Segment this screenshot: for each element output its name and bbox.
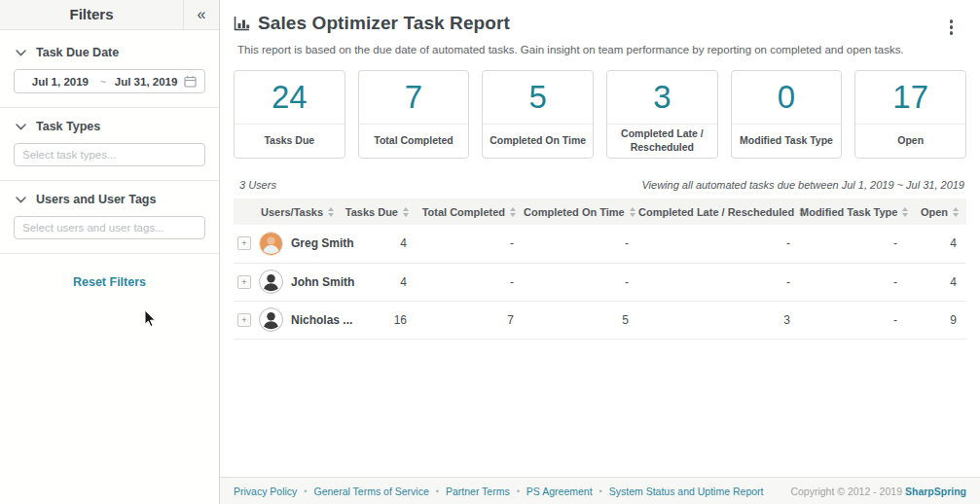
bar-chart-icon [234, 17, 250, 31]
user-cell: + Greg Smith [234, 225, 333, 263]
report-description: This report is based on the due date of … [234, 44, 966, 55]
footer-link-general-terms[interactable]: General Terms of Service [314, 486, 429, 497]
stat-value: 0 [732, 71, 842, 125]
stat-label: Total Completed [359, 125, 469, 158]
section-task-due-date[interactable]: Task Due Date [14, 34, 205, 69]
cell-completed-on-time: 5 [524, 301, 638, 339]
collapse-icon: « [198, 6, 206, 23]
cell-modified-task-type: - [800, 263, 907, 301]
title-row: Sales Optimizer Task Report [234, 10, 966, 34]
calendar-icon [184, 75, 197, 88]
stat-label: Completed On Time [483, 125, 593, 158]
kebab-menu-button[interactable] [946, 16, 958, 39]
reset-filters-link[interactable]: Reset Filters [14, 275, 205, 289]
report-table: Users/Tasks Tasks Due Total Completed Co… [234, 198, 966, 340]
column-header-users-tasks[interactable]: Users/Tasks [234, 198, 333, 225]
page-footer: Privacy Policy • General Terms of Servic… [220, 477, 980, 504]
date-start: Jul 1, 2019 [22, 76, 98, 88]
dot-separator: • [436, 486, 439, 496]
cell-open: 4 [907, 263, 966, 301]
divider [0, 253, 219, 254]
footer-link-partner-terms[interactable]: Partner Terms [446, 486, 510, 497]
collapse-sidebar-button[interactable]: « [183, 0, 219, 29]
chevron-down-icon [16, 50, 26, 56]
date-range-input[interactable]: Jul 1, 2019 ~ Jul 31, 2019 [14, 69, 205, 93]
chevron-down-icon [16, 124, 26, 130]
dot-separator: • [304, 486, 307, 496]
avatar [259, 232, 283, 256]
cell-completed-late: 3 [638, 301, 800, 339]
cell-modified-task-type: - [800, 301, 907, 339]
copyright-text: Copyright © 2012 - 2019 [790, 486, 902, 497]
column-header-tasks-due[interactable]: Tasks Due [333, 198, 417, 225]
stat-value: 3 [607, 71, 717, 125]
filters-sidebar: Filters « Task Due Date Jul 1, 2019 ~ Ju… [0, 0, 220, 504]
task-types-input[interactable] [14, 143, 205, 166]
sort-icon [902, 207, 908, 217]
stat-card-modified-task-type: 0 Modified Task Type [731, 70, 843, 159]
filters-header: Filters « [0, 0, 219, 30]
stat-label: Completed Late / Rescheduled [607, 125, 717, 158]
table-row: + Greg Smith 4 - - - - 4 [234, 225, 966, 263]
section-label: Users and User Tags [36, 193, 156, 206]
user-name: Nicholas ... [291, 313, 352, 327]
stat-card-total-completed: 7 Total Completed [358, 70, 470, 159]
report-main: Sales Optimizer Task Report This report … [220, 0, 980, 504]
table-row: + John Smith 4 - - - - 4 [234, 263, 966, 301]
sort-icon [328, 207, 334, 217]
footer-link-privacy-policy[interactable]: Privacy Policy [234, 486, 297, 497]
footer-link-ps-agreement[interactable]: PS Agreement [526, 486, 593, 497]
stat-value: 7 [359, 71, 469, 125]
cell-open: 4 [907, 225, 966, 263]
footer-links: Privacy Policy • General Terms of Servic… [234, 486, 763, 497]
sort-icon [953, 207, 959, 217]
section-task-types[interactable]: Task Types [14, 108, 205, 143]
stat-value: 17 [855, 71, 965, 125]
users-tags-input[interactable] [14, 216, 205, 239]
stat-card-open: 17 Open [854, 70, 966, 159]
user-cell: + John Smith [234, 263, 333, 301]
expand-row-button[interactable]: + [237, 313, 251, 327]
cell-completed-on-time: - [524, 225, 638, 263]
cell-total-completed: 7 [417, 301, 524, 339]
column-header-modified-task-type[interactable]: Modified Task Type [800, 198, 907, 225]
avatar [259, 270, 283, 294]
stat-label: Open [855, 125, 965, 158]
expand-row-button[interactable]: + [237, 236, 251, 250]
section-label: Task Due Date [36, 46, 119, 59]
column-header-completed-late[interactable]: Completed Late / Rescheduled [638, 198, 800, 225]
column-header-total-completed[interactable]: Total Completed [417, 198, 524, 225]
table-header-row: Users/Tasks Tasks Due Total Completed Co… [234, 198, 966, 225]
cell-modified-task-type: - [800, 225, 907, 263]
page-title: Sales Optimizer Task Report [258, 13, 510, 34]
user-name: John Smith [291, 275, 354, 289]
sort-icon [403, 207, 409, 217]
user-cell: + Nicholas ... [234, 301, 333, 339]
user-name: Greg Smith [291, 236, 354, 250]
sort-icon [510, 207, 516, 217]
sort-icon [630, 207, 635, 217]
date-separator: ~ [98, 76, 108, 88]
chevron-down-icon [16, 197, 26, 203]
expand-row-button[interactable]: + [237, 275, 251, 289]
stat-cards: 24 Tasks Due 7 Total Completed 5 Complet… [234, 70, 966, 159]
section-label: Task Types [36, 120, 100, 133]
avatar [259, 307, 283, 332]
table-summary-row: 3 Users Viewing all automated tasks due … [234, 179, 966, 191]
cell-completed-late: - [638, 225, 800, 263]
stat-label: Modified Task Type [732, 125, 842, 158]
app-window: Filters « Task Due Date Jul 1, 2019 ~ Ju… [0, 0, 980, 504]
dot-separator: • [599, 486, 602, 496]
stat-label: Tasks Due [235, 125, 345, 158]
stat-value: 24 [235, 71, 345, 125]
section-users-tags[interactable]: Users and User Tags [14, 181, 205, 216]
stat-card-completed-on-time: 5 Completed On Time [482, 70, 594, 159]
column-header-completed-on-time[interactable]: Completed On Time [524, 198, 638, 225]
footer-link-system-status[interactable]: System Status and Uptime Report [609, 486, 764, 497]
filters-title: Filters [0, 0, 183, 29]
cell-total-completed: - [417, 225, 524, 263]
users-count: 3 Users [239, 179, 276, 191]
brand-name[interactable]: SharpSpring [905, 486, 966, 497]
stat-card-completed-late: 3 Completed Late / Rescheduled [606, 70, 718, 159]
table-row: + Nicholas ... 16 7 5 3 - 9 [234, 301, 966, 339]
